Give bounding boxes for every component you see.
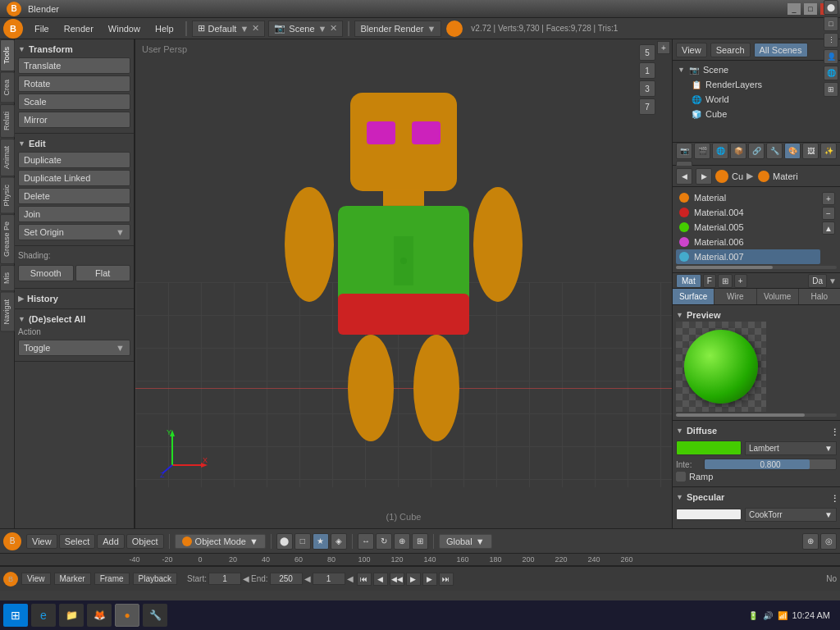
join-button[interactable]: Join [18, 206, 130, 222]
transform-scale-btn[interactable]: ⊕ [394, 533, 410, 550]
wire-shading-btn[interactable]: □ [294, 533, 311, 550]
material-item-3[interactable]: Material.006 [676, 235, 820, 249]
specular-color-swatch[interactable] [676, 509, 742, 520]
object-mode-dropdown[interactable]: Object Mode ▼ [175, 534, 266, 549]
misc-button[interactable]: 🔧 [143, 604, 167, 627]
volume-tab[interactable]: Volume [757, 289, 799, 304]
material-btn[interactable]: ◈ [331, 533, 347, 550]
file-explorer-button[interactable]: 📁 [59, 604, 84, 627]
tab-misc[interactable]: Mis [0, 265, 15, 291]
tab-tools[interactable]: Tools [0, 39, 15, 71]
toggle-dropdown[interactable]: Toggle ▼ [18, 340, 130, 356]
next-frame-btn[interactable]: ▶ [422, 573, 437, 586]
specular-collapse-btn[interactable]: ⋮ [830, 494, 837, 500]
render-props-icon[interactable]: 📷 [676, 143, 692, 159]
tab-physics[interactable]: Physic [0, 177, 15, 214]
halo-tab[interactable]: Halo [799, 289, 840, 304]
tab-navigate[interactable]: Navigat [0, 292, 15, 332]
menu-help[interactable]: Help [148, 22, 180, 35]
numpad-3[interactable]: 3 [639, 80, 655, 97]
transform-header[interactable]: ▼ Transform [18, 43, 130, 56]
material-props-icon[interactable]: 🎨 [784, 143, 801, 159]
material-item-1[interactable]: Material.004 [676, 205, 820, 220]
mat-tab-f[interactable]: F [703, 274, 716, 288]
tab-grease-pencil[interactable]: Grease Pe [0, 214, 15, 264]
mat-nodes-btn[interactable]: ⊞ [718, 274, 733, 288]
diffuse-color-swatch[interactable] [676, 441, 742, 455]
maximize-button[interactable]: □ [804, 3, 817, 15]
menu-file[interactable]: File [28, 22, 56, 35]
numpad-7[interactable]: 7 [639, 98, 655, 115]
timeline-frame-btn[interactable]: Frame [94, 573, 130, 585]
ramp-checkbox[interactable] [676, 472, 686, 482]
smooth-button[interactable]: Smooth [18, 265, 74, 281]
scale-button[interactable]: Scale [18, 94, 130, 110]
material-item-2[interactable]: Material.005 [676, 220, 820, 235]
object-props-icon[interactable]: 📦 [730, 143, 746, 159]
current-frame-input[interactable] [313, 573, 345, 585]
texture-props-icon[interactable]: 🖼 [802, 143, 819, 159]
mat-remove-button[interactable]: − [822, 207, 835, 220]
play-reverse-btn[interactable]: ◀◀ [390, 573, 404, 586]
timeline-marker-btn[interactable]: Marker [54, 573, 91, 585]
overlay-btn-1[interactable]: ⊕ [802, 533, 819, 550]
global-dropdown[interactable]: Global ▼ [439, 534, 492, 549]
minimize-button[interactable]: _ [788, 3, 801, 15]
nav-search-button[interactable]: Search [710, 43, 751, 57]
mirror-button[interactable]: Mirror [18, 112, 130, 128]
viewport-corner-button[interactable]: + [657, 41, 670, 54]
overlay-btn-2[interactable]: ◎ [820, 533, 837, 550]
particles-icon[interactable]: ✨ [820, 143, 837, 159]
mat-scrollbar[interactable] [676, 266, 837, 269]
render-engine-selector[interactable]: Blender Render ▼ [354, 21, 441, 37]
scene-tree-scene[interactable]: ▼ 📷 Scene [674, 62, 838, 77]
prev-frame-btn[interactable]: ◀ [373, 573, 388, 586]
mat-context-arrow-right[interactable]: ▶ [696, 168, 712, 185]
set-origin-dropdown[interactable]: Set Origin ▼ [18, 224, 130, 240]
jump-start-btn[interactable]: ⏮ [357, 573, 372, 586]
preview-section-header[interactable]: ▼ Preview [676, 308, 837, 322]
scene-selector[interactable]: 📷 Scene ▼ ✕ [268, 21, 343, 37]
transform-translate-btn[interactable]: ↔ [358, 533, 374, 550]
diffuse-collapse-btn[interactable]: ⋮ [830, 427, 837, 434]
mat-move-up-button[interactable]: ▲ [822, 221, 835, 235]
history-header[interactable]: ▶ History [18, 292, 130, 305]
diffuse-section-header[interactable]: ▼ Diffuse ⋮ [676, 424, 837, 437]
workspace-close[interactable]: ✕ [252, 23, 259, 34]
transform-both-btn[interactable]: ⊞ [412, 533, 428, 550]
add-menu-button[interactable]: Add [97, 534, 125, 549]
transform-rotate-btn[interactable]: ↻ [376, 533, 392, 550]
firefox-button[interactable]: 🦊 [87, 604, 112, 627]
tab-animation[interactable]: Animat [0, 139, 15, 176]
mat-copy-btn[interactable]: + [734, 274, 747, 288]
numpad-5[interactable]: 5 [639, 44, 655, 61]
mat-data-btn[interactable]: Da [808, 274, 827, 288]
workspace-selector[interactable]: ⊞ Default ▼ ✕ [192, 21, 266, 37]
start-button[interactable]: ⊞ [3, 604, 28, 627]
tab-relations[interactable]: Relati [0, 104, 15, 138]
object-menu-button[interactable]: Object [126, 534, 164, 549]
end-input[interactable] [270, 573, 303, 585]
material-item-0[interactable]: Material [676, 190, 820, 205]
scene-tree-renderlayers[interactable]: 📋 RenderLayers [674, 77, 838, 92]
intensity-bar[interactable]: 0.800 [704, 459, 837, 470]
timeline-playback-btn[interactable]: Playback [133, 573, 178, 585]
nav-view-button[interactable]: View [676, 43, 707, 57]
ie-button[interactable]: e [31, 604, 56, 627]
mat-add-button[interactable]: + [822, 192, 835, 205]
start-input[interactable] [208, 573, 241, 585]
solid-shading-btn[interactable]: ⬤ [276, 533, 293, 550]
numpad-1[interactable]: 1 [639, 62, 655, 79]
viewport[interactable]: User Persp + [135, 39, 672, 528]
scene-tree-world[interactable]: 🌐 World [674, 92, 838, 107]
specular-method-dropdown[interactable]: CookTorr ▼ [745, 508, 837, 522]
constraints-icon[interactable]: 🔗 [748, 143, 765, 159]
surface-tab[interactable]: Surface [673, 289, 714, 304]
menu-render[interactable]: Render [57, 22, 100, 35]
diffuse-method-dropdown[interactable]: Lambert ▼ [745, 441, 837, 455]
scene-tree-object[interactable]: 🧊 Cube [674, 107, 838, 121]
preview-scrollbar[interactable] [676, 413, 837, 417]
rotate-button[interactable]: Rotate [18, 75, 130, 92]
flat-button[interactable]: Flat [75, 265, 131, 281]
mat-context-arrow-left[interactable]: ◀ [676, 168, 692, 185]
